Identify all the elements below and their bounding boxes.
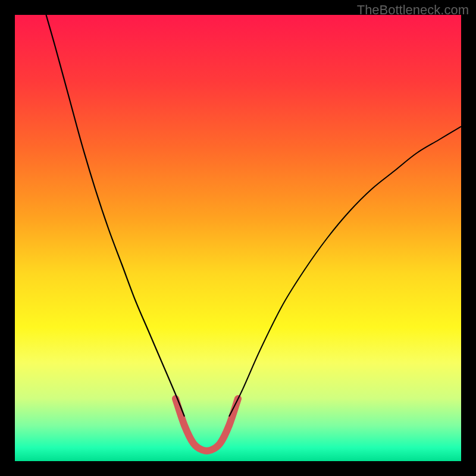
left-curve (46, 15, 185, 416)
plot-area (15, 15, 461, 461)
right-curve (229, 127, 461, 417)
watermark-text: TheBottleneck.com (357, 2, 469, 18)
chart-curves-layer (15, 15, 461, 461)
valley-highlight-curve (176, 399, 238, 451)
